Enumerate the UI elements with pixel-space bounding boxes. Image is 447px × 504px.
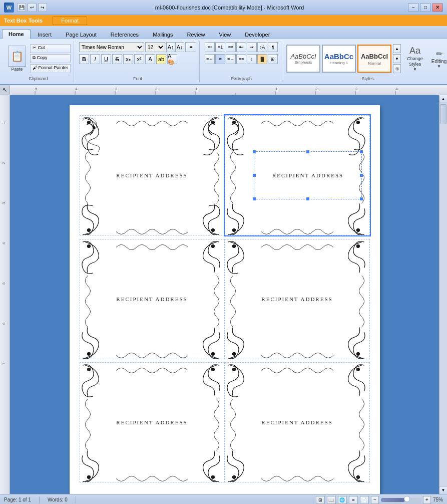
ruler-corner[interactable]: ↖ [0, 85, 10, 95]
handle-br[interactable] [359, 197, 363, 201]
change-styles-btn[interactable]: Aa Change Styles ▼ [403, 45, 427, 73]
label-grid: RECIPIENT ADDRESS [80, 115, 370, 486]
tab-home[interactable]: Home [2, 29, 31, 39]
tab-insert[interactable]: Insert [32, 30, 59, 39]
numbering-btn[interactable]: ≡1 [215, 42, 225, 52]
scroll-thumb[interactable] [440, 104, 446, 124]
view-web-btn[interactable]: 🌐 [338, 496, 347, 504]
style-normal-btn[interactable]: AaBbCcI Normal [357, 45, 391, 73]
tab-references[interactable]: References [104, 30, 145, 39]
close-btn[interactable]: ✕ [432, 3, 443, 12]
font-size-select[interactable]: 12 [145, 42, 165, 52]
bullets-btn[interactable]: ≡• [205, 42, 215, 52]
clear-formatting-btn[interactable]: ✦ [185, 42, 196, 52]
multilevel-btn[interactable]: ≡≡ [226, 42, 236, 52]
underline-btn[interactable]: U [101, 54, 111, 64]
align-center-btn[interactable]: ≡ [215, 54, 225, 64]
tab-developer[interactable]: Developer [238, 30, 276, 39]
ruler-area: ↖ 5 4 3 2 1 1 2 3 4 [0, 85, 447, 95]
editing-btn[interactable]: ✏ Editing ▼ [429, 48, 447, 70]
view-outline-btn[interactable]: ≡ [349, 496, 358, 504]
bold-btn[interactable]: B [79, 54, 89, 64]
svg-point-26 [87, 121, 90, 124]
zoom-level: 75% [433, 497, 443, 502]
font-size-decrease-btn[interactable]: A↓ [175, 42, 184, 52]
label-cell-2[interactable]: RECIPIENT ADDRESS [225, 115, 370, 235]
paste-button[interactable]: 📋 Paste [6, 45, 28, 73]
vertical-scrollbar[interactable]: ▲ ▼ [439, 95, 447, 494]
strikethrough-btn[interactable]: S [112, 54, 122, 64]
view-draft-btn[interactable]: 📄 [360, 496, 369, 504]
format-painter-button[interactable]: 🖌 Format Painter [30, 64, 71, 73]
label-cell-1[interactable]: RECIPIENT ADDRESS [80, 115, 225, 235]
paragraph-group: ≡• ≡1 ≡≡ ⇤ ⇥ ↕A ¶ ≡← ≡ ≡→ ≡≡ ↕ ▓ ⊞ [202, 41, 281, 82]
label-cell-3[interactable]: RECIPIENT ADDRESS [80, 239, 225, 359]
font-size-increase-btn[interactable]: A↑ [166, 42, 175, 52]
tab-mailings[interactable]: Mailings [146, 30, 179, 39]
handle-mr[interactable] [359, 173, 363, 177]
handle-tr[interactable] [359, 150, 363, 154]
minimize-btn[interactable]: − [408, 3, 419, 12]
vertical-ruler: 1 2 3 4 5 6 7 [0, 95, 10, 494]
line-spacing-btn[interactable]: ↕ [247, 54, 257, 64]
tab-page-layout[interactable]: Page Layout [59, 30, 103, 39]
decrease-indent-btn[interactable]: ⇤ [236, 42, 246, 52]
handle-bl[interactable] [252, 197, 256, 201]
font-name-select[interactable]: Times New Roman [79, 42, 144, 52]
font-name-row: Times New Roman 12 A↑ A↓ ✦ [79, 42, 196, 52]
sort-btn[interactable]: ↕A [257, 42, 267, 52]
view-normal-btn[interactable]: ⊞ [316, 496, 325, 504]
svg-text:4: 4 [75, 87, 78, 91]
superscript-btn[interactable]: x² [134, 54, 144, 64]
tab-view[interactable]: View [213, 30, 238, 39]
zoom-slider[interactable] [381, 498, 421, 502]
label-cell-5[interactable]: RECIPIENT ADDRESS [80, 362, 225, 482]
align-left-btn[interactable]: ≡← [205, 54, 215, 64]
undo-btn[interactable]: ↩ [28, 3, 37, 12]
redo-btn[interactable]: ↪ [38, 3, 47, 12]
style-heading1-btn[interactable]: AaBbCc Heading 1 [322, 45, 356, 73]
svg-point-40 [356, 244, 359, 247]
svg-point-41 [232, 352, 235, 355]
styles-scroll-down-btn[interactable]: ▼ [393, 54, 401, 63]
align-right-btn[interactable]: ≡→ [226, 54, 236, 64]
font-color-btn[interactable]: A [145, 54, 155, 64]
label-cell-4[interactable]: RECIPIENT ADDRESS [225, 239, 370, 359]
quick-save-btn[interactable]: 💾 [17, 3, 26, 12]
handle-ml[interactable] [252, 173, 256, 177]
tab-format[interactable]: Format [53, 16, 87, 25]
handle-bc[interactable] [306, 197, 310, 201]
svg-point-31 [232, 121, 235, 124]
show-marks-btn[interactable]: ¶ [268, 42, 278, 52]
para-row-2: ≡← ≡ ≡→ ≡≡ ↕ ▓ ⊞ [205, 54, 278, 64]
scroll-up-btn[interactable]: ▲ [439, 95, 447, 103]
cut-button[interactable]: ✂ Cut [30, 44, 71, 53]
subscript-btn[interactable]: x₂ [123, 54, 133, 64]
zoom-out-btn[interactable]: − [371, 496, 379, 504]
scroll-down-btn[interactable]: ▼ [439, 486, 447, 494]
copy-button[interactable]: ⧉ Copy [30, 54, 71, 63]
increase-indent-btn[interactable]: ⇥ [247, 42, 257, 52]
document-area[interactable]: RECIPIENT ADDRESS [10, 95, 439, 494]
zoom-in-btn[interactable]: + [423, 496, 431, 504]
italic-btn[interactable]: I [90, 54, 100, 64]
shading-btn[interactable]: ▓ [257, 54, 267, 64]
style-emphasis-btn[interactable]: AaBbCcI Emphasis [286, 45, 320, 73]
font-color-picker-btn[interactable]: A🎨 [167, 54, 177, 64]
styles-expand-btn[interactable]: ⊞ [393, 64, 401, 73]
styles-scroll-up-btn[interactable]: ▲ [393, 44, 401, 53]
handle-tl[interactable] [252, 150, 256, 154]
justify-btn[interactable]: ≡≡ [236, 54, 246, 64]
svg-text:3: 3 [355, 87, 358, 91]
maximize-btn[interactable]: □ [420, 3, 431, 12]
horizontal-ruler: 5 4 3 2 1 1 2 3 4 [10, 85, 447, 95]
borders-btn[interactable]: ⊞ [268, 54, 278, 64]
highlight-btn[interactable]: ab [156, 54, 166, 64]
label-cell-6[interactable]: RECIPIENT ADDRESS [225, 362, 370, 482]
handle-tc[interactable] [306, 150, 310, 154]
view-reading-btn[interactable]: 📖 [327, 496, 336, 504]
label-content-5: RECIPIENT ADDRESS [80, 363, 224, 482]
svg-point-43 [87, 368, 90, 371]
ribbon-content: 📋 Paste ✂ Cut ⧉ Copy 🖌 Format Painter Cl… [0, 39, 447, 84]
tab-review[interactable]: Review [180, 30, 211, 39]
